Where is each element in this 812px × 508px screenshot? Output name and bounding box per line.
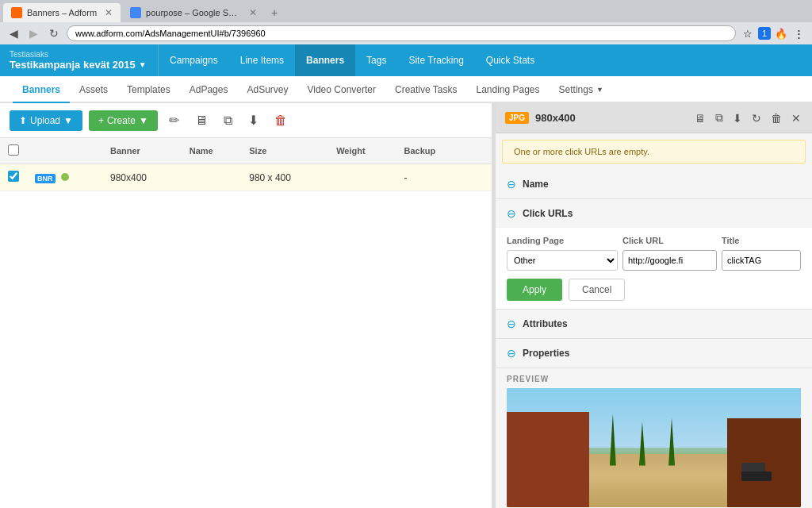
table-row[interactable]: BNR 980x400 980 x 400 - [0, 164, 492, 191]
campaign-name: Testikampanja kevät 2015 [10, 59, 136, 71]
row-checkbox[interactable] [8, 171, 19, 182]
banner-panel: ⬆ Upload ▼ + Create ▼ ✏ 🖥 ⧉ ⬇ 🗑 [0, 103, 492, 508]
create-plus-icon: + [98, 115, 104, 126]
subnav-adsurvey[interactable]: AdSurvey [237, 78, 297, 103]
browser-tabs: Banners – Adform ✕ pourpose – Google Sea… [0, 0, 812, 22]
subnav-creative-tasks[interactable]: Creative Tasks [385, 78, 466, 103]
panel-download-icon[interactable]: ⬇ [731, 110, 744, 126]
desktop-icon-button[interactable]: 🖥 [190, 110, 213, 131]
name-section-title: Name [523, 179, 549, 190]
menu-icon[interactable]: ⋮ [791, 26, 806, 40]
panel-delete-icon[interactable]: 🗑 [769, 110, 783, 126]
attributes-section: ⊖ Attributes [496, 310, 812, 339]
copy-icon-button[interactable]: ⧉ [219, 110, 237, 131]
subnav-adpages[interactable]: AdPages [180, 78, 238, 103]
create-button[interactable]: + Create ▼ [89, 110, 158, 131]
name-section-header[interactable]: ⊖ Name [496, 170, 812, 198]
click-url-input[interactable] [622, 250, 717, 271]
nav-site-tracking[interactable]: Site Tracking [397, 44, 474, 76]
subnav-settings[interactable]: Settings ▼ [550, 78, 613, 103]
settings-dropdown-icon: ▼ [596, 86, 603, 94]
nav-banners[interactable]: Banners [295, 44, 355, 76]
select-all-checkbox[interactable] [8, 144, 19, 156]
name-section: ⊖ Name [496, 170, 812, 199]
click-urls-header[interactable]: ⊖ Click URLs [496, 199, 812, 228]
download-icon-button[interactable]: ⬇ [243, 110, 263, 131]
nav-links: Campaigns Line Items Banners Tags Site T… [159, 44, 546, 76]
jpg-badge: JPG [505, 112, 529, 124]
star-icon[interactable]: ☆ [741, 26, 755, 40]
apply-button[interactable]: Apply [507, 279, 562, 301]
panel-copy-icon[interactable]: ⧉ [714, 110, 725, 126]
subnav-assets[interactable]: Assets [70, 78, 117, 103]
upload-button[interactable]: ⬆ Upload ▼ [10, 110, 82, 131]
landing-page-select[interactable]: Other Custom None [507, 250, 618, 271]
name-section-toggle-icon: ⊖ [507, 178, 516, 190]
upload-label: Upload [30, 115, 60, 126]
col-click-url-label: Click URL [622, 236, 717, 245]
nav-back-button[interactable]: ◀ [6, 25, 21, 41]
address-bar[interactable] [67, 25, 736, 41]
tab-banners-adform[interactable]: Banners – Adform ✕ [3, 3, 121, 22]
cancel-button[interactable]: Cancel [569, 279, 625, 301]
upload-icon: ⬆ [19, 115, 27, 126]
click-urls-col-headers: Landing Page Click URL Title [507, 236, 801, 245]
nav-quick-stats[interactable]: Quick Stats [475, 44, 546, 76]
settings-label: Settings [559, 84, 593, 95]
title-input[interactable] [722, 250, 801, 271]
nav-line-items[interactable]: Line Items [229, 44, 295, 76]
click-urls-toggle-icon: ⊖ [507, 207, 516, 220]
subnav-landing-pages[interactable]: Landing Pages [466, 78, 549, 103]
nav-campaigns[interactable]: Campaigns [159, 44, 229, 76]
edit-icon-button[interactable]: ✏ [164, 110, 184, 131]
col-banner: Banner [102, 138, 182, 164]
sub-nav: Banners Assets Templates AdPages AdSurve… [0, 76, 812, 103]
col-extra [468, 138, 492, 164]
row-weight [328, 164, 396, 191]
properties-section: ⊖ Properties [496, 339, 812, 368]
client-info[interactable]: Testiasiaks Testikampanja kevät 2015 ▼ [0, 44, 159, 76]
attributes-section-header[interactable]: ⊖ Attributes [496, 310, 812, 338]
click-urls-buttons: Apply Cancel [507, 279, 801, 301]
nav-refresh-button[interactable]: ↻ [46, 25, 62, 41]
click-urls-section: ⊖ Click URLs Landing Page Click URL Titl… [496, 199, 812, 310]
delete-icon-button[interactable]: 🗑 [270, 110, 292, 131]
tab-google-search[interactable]: pourpose – Google Search ✕ [122, 3, 265, 22]
properties-section-header[interactable]: ⊖ Properties [496, 339, 812, 368]
tab-title-banners: Banners – Adform [27, 8, 97, 17]
panel-close-icon[interactable]: ✕ [790, 110, 802, 126]
tab-close-icon[interactable]: ✕ [105, 7, 113, 18]
panel-header-icons: 🖥 ⧉ ⬇ ↻ 🗑 ✕ [693, 110, 802, 126]
tab-close-google-icon[interactable]: ✕ [249, 7, 257, 18]
panel-desktop-icon[interactable]: 🖥 [693, 110, 707, 126]
attributes-toggle-icon: ⊖ [507, 318, 516, 330]
fire-icon[interactable]: 🔥 [774, 26, 788, 40]
subnav-banners[interactable]: Banners [13, 78, 70, 103]
nav-tags[interactable]: Tags [355, 44, 397, 76]
click-urls-row: Other Custom None [507, 250, 801, 271]
row-banner-name: 980x400 [102, 164, 182, 191]
new-tab-button[interactable]: + [265, 3, 284, 22]
banner-status-dot [61, 173, 69, 181]
create-label: Create [107, 115, 136, 126]
tab-favicon-blue [130, 7, 141, 18]
col-backup: Backup [396, 138, 467, 164]
subnav-templates[interactable]: Templates [117, 78, 180, 103]
col-weight: Weight [328, 138, 396, 164]
toolbar: ⬆ Upload ▼ + Create ▼ ✏ 🖥 ⧉ ⬇ 🗑 [0, 103, 492, 138]
right-panel: JPG 980x400 🖥 ⧉ ⬇ ↻ 🗑 ✕ One or more clic… [495, 103, 812, 508]
properties-toggle-icon: ⊖ [507, 347, 516, 360]
click-urls-title: Click URLs [523, 208, 573, 219]
panel-header: JPG 980x400 🖥 ⧉ ⬇ ↻ 🗑 ✕ [496, 103, 812, 133]
preview-image [507, 388, 801, 507]
row-size: 980 x 400 [241, 164, 328, 191]
banner-size-title: 980x400 [535, 112, 576, 124]
preview-label: PREVIEW [507, 375, 801, 383]
row-extra [468, 164, 492, 191]
subnav-video-converter[interactable]: Video Converter [297, 78, 385, 103]
panel-refresh-icon[interactable]: ↻ [750, 110, 763, 126]
nav-forward-button[interactable]: ▶ [26, 25, 41, 41]
properties-title: Properties [523, 348, 569, 359]
extension-icon[interactable]: 1 [758, 27, 771, 40]
row-backup: - [396, 164, 467, 191]
